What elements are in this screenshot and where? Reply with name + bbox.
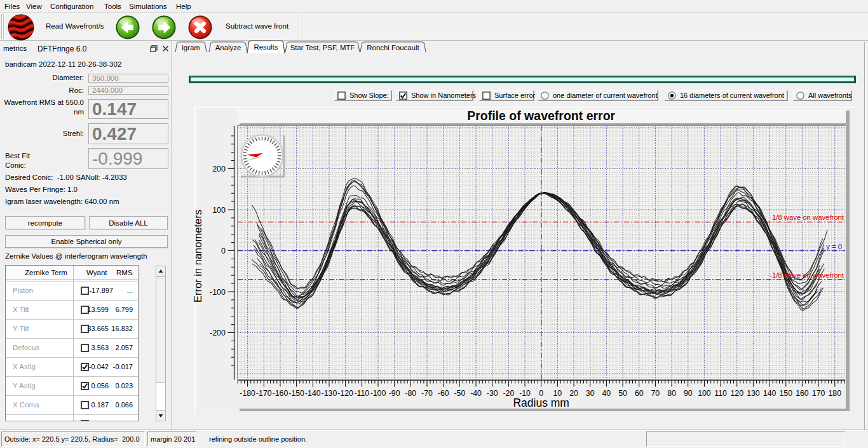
svg-text:0: 0 [221,247,226,255]
svg-text:150: 150 [779,389,792,398]
svg-text:130: 130 [747,389,760,398]
svg-text:140: 140 [763,389,776,398]
svg-text:110: 110 [714,389,727,398]
svg-text:-100: -100 [210,288,226,297]
svg-text:100: 100 [698,389,711,398]
svg-text:-30: -30 [487,389,498,398]
svg-text:-40: -40 [470,389,482,398]
svg-text:70: 70 [651,389,660,398]
svg-text:-120: -120 [337,389,353,398]
svg-text:1/8 wave on wavefront: 1/8 wave on wavefront [772,214,844,221]
svg-text:-1/8 wave on wavefront: -1/8 wave on wavefront [770,271,844,279]
svg-text:-150: -150 [288,389,304,398]
svg-text:90: 90 [684,389,693,398]
svg-text:-90: -90 [389,389,400,398]
svg-text:-50: -50 [454,389,465,398]
svg-text:-160: -160 [273,389,288,398]
svg-text:Analyze: Analyze [215,44,241,51]
svg-text:50: 50 [618,389,627,398]
svg-text:-100: -100 [370,389,386,398]
svg-text:120: 120 [730,389,743,398]
svg-text:-130: -130 [322,389,337,398]
svg-text:-110: -110 [354,389,369,398]
svg-text:160: 160 [796,389,809,398]
svg-text:100: 100 [212,206,226,215]
svg-text:80: 80 [667,389,676,398]
svg-text:Star Test, PSF, MTF: Star Test, PSF, MTF [290,44,355,51]
svg-text:-60: -60 [438,389,449,398]
svg-text:Error in nanometers: Error in nanometers [194,210,203,302]
svg-text:Radius mm: Radius mm [513,397,569,409]
svg-text:y = 0: y = 0 [826,243,842,250]
svg-text:Ronchi Foucault: Ronchi Foucault [367,44,419,51]
svg-text:-70: -70 [421,389,433,398]
svg-text:60: 60 [635,389,644,398]
svg-text:-200: -200 [210,329,226,337]
svg-text:170: 170 [812,389,825,398]
svg-text:-140: -140 [305,389,321,398]
svg-text:igram: igram [182,44,200,51]
svg-text:30: 30 [586,389,595,398]
svg-text:40: 40 [602,389,611,398]
svg-text:20: 20 [569,389,578,398]
svg-text:200: 200 [212,165,226,173]
svg-text:Profile of wavefront error: Profile of wavefront error [467,109,615,123]
svg-text:-80: -80 [405,389,416,398]
svg-text:180: 180 [828,389,841,398]
svg-text:Results: Results [254,43,278,51]
svg-text:-180: -180 [240,389,255,398]
svg-text:-170: -170 [256,389,272,398]
